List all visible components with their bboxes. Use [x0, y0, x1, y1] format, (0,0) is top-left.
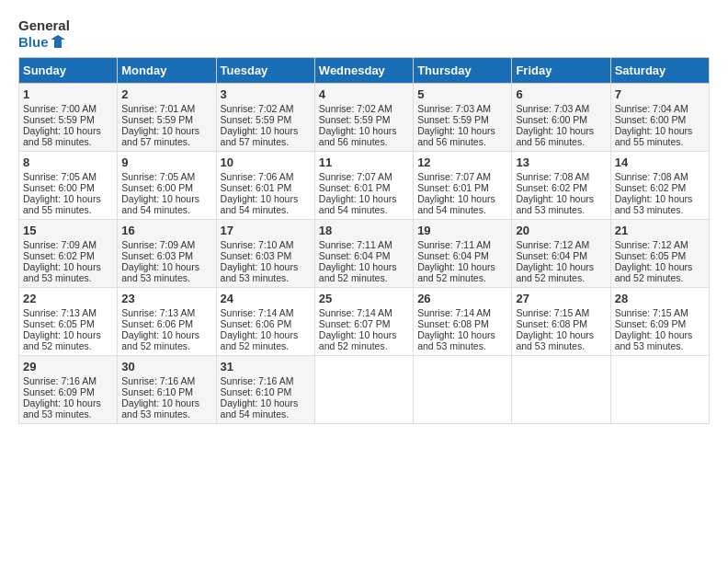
logo-blue: Blue	[18, 34, 65, 50]
day-cell: 28Sunrise: 7:15 AMSunset: 6:09 PMDayligh…	[610, 287, 709, 355]
day-cell: 2Sunrise: 7:01 AMSunset: 5:59 PMDaylight…	[118, 83, 216, 151]
day-cell	[610, 355, 709, 423]
logo-bird-icon	[51, 35, 65, 48]
day-cell	[314, 355, 413, 423]
day-cell: 29Sunrise: 7:16 AMSunset: 6:09 PMDayligh…	[19, 355, 118, 423]
day-cell: 30Sunrise: 7:16 AMSunset: 6:10 PMDayligh…	[118, 355, 216, 423]
day-cell: 3Sunrise: 7:02 AMSunset: 5:59 PMDaylight…	[216, 83, 314, 151]
column-header-saturday: Saturday	[610, 57, 709, 83]
week-row-4: 22Sunrise: 7:13 AMSunset: 6:05 PMDayligh…	[19, 287, 710, 355]
day-cell: 27Sunrise: 7:15 AMSunset: 6:08 PMDayligh…	[512, 287, 610, 355]
day-number: 17	[221, 224, 311, 237]
week-row-2: 8Sunrise: 7:05 AMSunset: 6:00 PMDaylight…	[19, 151, 710, 219]
day-number: 3	[221, 87, 311, 101]
column-header-wednesday: Wednesday	[314, 57, 413, 83]
day-cell: 22Sunrise: 7:13 AMSunset: 6:05 PMDayligh…	[19, 287, 118, 355]
day-number: 15	[23, 224, 113, 237]
day-cell: 13Sunrise: 7:08 AMSunset: 6:02 PMDayligh…	[512, 151, 610, 219]
day-cell: 21Sunrise: 7:12 AMSunset: 6:05 PMDayligh…	[610, 219, 709, 287]
column-header-sunday: Sunday	[19, 57, 118, 83]
day-number: 13	[516, 155, 606, 169]
day-number: 24	[221, 292, 311, 305]
week-row-5: 29Sunrise: 7:16 AMSunset: 6:09 PMDayligh…	[19, 355, 710, 423]
day-cell: 7Sunrise: 7:04 AMSunset: 6:00 PMDaylight…	[610, 83, 709, 151]
day-cell: 25Sunrise: 7:14 AMSunset: 6:07 PMDayligh…	[314, 287, 413, 355]
day-cell: 31Sunrise: 7:16 AMSunset: 6:10 PMDayligh…	[216, 355, 314, 423]
logo-general: General	[18, 18, 70, 34]
day-cell: 20Sunrise: 7:12 AMSunset: 6:04 PMDayligh…	[512, 219, 610, 287]
day-number: 21	[615, 224, 705, 237]
week-row-1: 1Sunrise: 7:00 AMSunset: 5:59 PMDaylight…	[19, 83, 710, 151]
day-number: 30	[121, 360, 211, 373]
day-cell	[512, 355, 610, 423]
day-cell: 26Sunrise: 7:14 AMSunset: 6:08 PMDayligh…	[414, 287, 512, 355]
day-cell: 10Sunrise: 7:06 AMSunset: 6:01 PMDayligh…	[216, 151, 314, 219]
day-number: 14	[615, 155, 705, 169]
day-cell: 1Sunrise: 7:00 AMSunset: 5:59 PMDaylight…	[19, 83, 118, 151]
day-cell: 14Sunrise: 7:08 AMSunset: 6:02 PMDayligh…	[610, 151, 709, 219]
day-cell: 12Sunrise: 7:07 AMSunset: 6:01 PMDayligh…	[414, 151, 512, 219]
day-number: 19	[417, 224, 507, 237]
calendar-table: SundayMondayTuesdayWednesdayThursdayFrid…	[18, 57, 710, 424]
day-number: 28	[615, 292, 705, 305]
week-row-3: 15Sunrise: 7:09 AMSunset: 6:02 PMDayligh…	[19, 219, 710, 287]
logo: GeneralBlue	[18, 18, 70, 50]
day-number: 16	[121, 224, 211, 237]
day-cell: 24Sunrise: 7:14 AMSunset: 6:06 PMDayligh…	[216, 287, 314, 355]
day-number: 11	[319, 155, 409, 169]
day-cell	[414, 355, 512, 423]
day-number: 8	[23, 155, 113, 169]
day-number: 2	[121, 87, 211, 101]
day-number: 10	[221, 155, 311, 169]
day-cell: 6Sunrise: 7:03 AMSunset: 6:00 PMDaylight…	[512, 83, 610, 151]
day-cell: 8Sunrise: 7:05 AMSunset: 6:00 PMDaylight…	[19, 151, 118, 219]
day-number: 29	[23, 360, 113, 373]
day-number: 20	[516, 224, 606, 237]
day-cell: 17Sunrise: 7:10 AMSunset: 6:03 PMDayligh…	[216, 219, 314, 287]
day-number: 5	[417, 87, 507, 101]
day-number: 26	[417, 292, 507, 305]
day-cell: 18Sunrise: 7:11 AMSunset: 6:04 PMDayligh…	[314, 219, 413, 287]
day-number: 27	[516, 292, 606, 305]
day-number: 22	[23, 292, 113, 305]
day-cell: 16Sunrise: 7:09 AMSunset: 6:03 PMDayligh…	[118, 219, 216, 287]
header-row: SundayMondayTuesdayWednesdayThursdayFrid…	[19, 57, 710, 83]
page-header: GeneralBlue	[18, 18, 710, 50]
day-number: 31	[221, 360, 311, 373]
day-cell: 19Sunrise: 7:11 AMSunset: 6:04 PMDayligh…	[414, 219, 512, 287]
day-number: 23	[121, 292, 211, 305]
day-cell: 9Sunrise: 7:05 AMSunset: 6:00 PMDaylight…	[118, 151, 216, 219]
column-header-thursday: Thursday	[414, 57, 512, 83]
day-number: 7	[615, 87, 705, 101]
day-number: 6	[516, 87, 606, 101]
column-header-friday: Friday	[512, 57, 610, 83]
day-number: 4	[319, 87, 409, 101]
day-cell: 11Sunrise: 7:07 AMSunset: 6:01 PMDayligh…	[314, 151, 413, 219]
day-number: 1	[23, 87, 113, 101]
day-cell: 5Sunrise: 7:03 AMSunset: 5:59 PMDaylight…	[414, 83, 512, 151]
day-cell: 15Sunrise: 7:09 AMSunset: 6:02 PMDayligh…	[19, 219, 118, 287]
day-cell: 4Sunrise: 7:02 AMSunset: 5:59 PMDaylight…	[314, 83, 413, 151]
day-cell: 23Sunrise: 7:13 AMSunset: 6:06 PMDayligh…	[118, 287, 216, 355]
column-header-tuesday: Tuesday	[216, 57, 314, 83]
column-header-monday: Monday	[118, 57, 216, 83]
day-number: 12	[417, 155, 507, 169]
day-number: 18	[319, 224, 409, 237]
day-number: 25	[319, 292, 409, 305]
svg-marker-0	[51, 35, 65, 48]
day-number: 9	[121, 155, 211, 169]
